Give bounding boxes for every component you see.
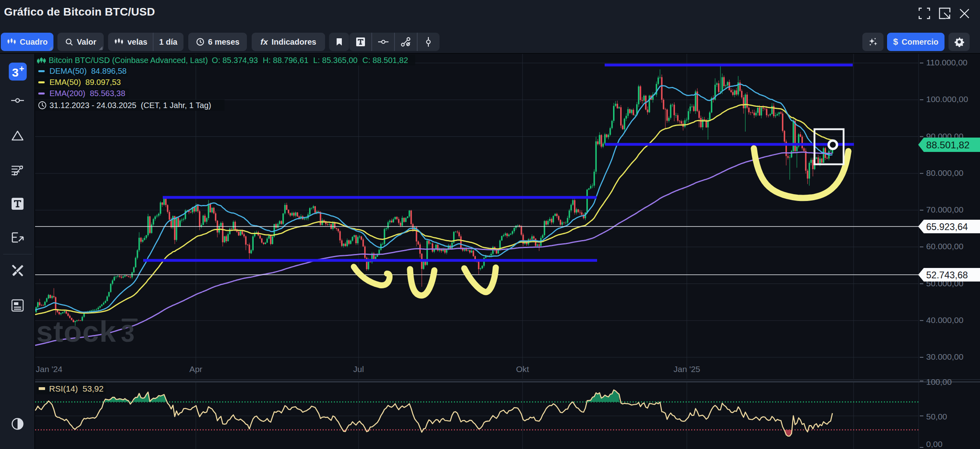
- svg-text:DEMA(50) 84.896,58: DEMA(50) 84.896,58: [49, 67, 126, 75]
- svg-text:0,00: 0,00: [926, 439, 943, 449]
- svg-text:Jul: Jul: [353, 364, 364, 374]
- svg-text:80.000,00: 80.000,00: [926, 168, 963, 177]
- svg-text:Apr: Apr: [189, 364, 203, 374]
- svg-text:40.000,00: 40.000,00: [926, 315, 963, 325]
- svg-text:60.000,00: 60.000,00: [926, 242, 963, 251]
- svg-text:100,00: 100,00: [926, 377, 952, 386]
- svg-text:RSI(14) 53,92: RSI(14) 53,92: [49, 384, 104, 393]
- svg-text:Jan '24: Jan '24: [35, 364, 62, 374]
- svg-text:50,00: 50,00: [926, 412, 947, 421]
- svg-text:70.000,00: 70.000,00: [926, 205, 963, 214]
- svg-text:Okt: Okt: [516, 364, 529, 374]
- svg-text:65.923,64: 65.923,64: [926, 222, 968, 232]
- svg-text:88.501,82: 88.501,82: [926, 140, 970, 150]
- svg-text:EMA(50) 89.097,53: EMA(50) 89.097,53: [49, 78, 121, 87]
- svg-text:Jan '25: Jan '25: [673, 364, 700, 374]
- svg-text:31.12.2023 - 24.03.2025 (CET,: 31.12.2023 - 24.03.2025 (CET, 1 Jahr, 1 …: [49, 101, 211, 110]
- svg-text:52.743,68: 52.743,68: [926, 270, 968, 280]
- svg-text:Bitcoin BTC/USD (Coinbase Adva: Bitcoin BTC/USD (Coinbase Advanced, Last…: [49, 56, 408, 65]
- svg-text:stock: stock: [36, 315, 116, 348]
- svg-text:+: +: [19, 64, 24, 74]
- svg-text:EMA(200) 85.563,38: EMA(200) 85.563,38: [49, 89, 125, 98]
- svg-text:3: 3: [12, 66, 19, 79]
- svg-text:30.000,00: 30.000,00: [926, 352, 963, 361]
- svg-text:100.000,00: 100.000,00: [926, 95, 968, 104]
- svg-text:3: 3: [121, 319, 134, 347]
- svg-text:110.000,00: 110.000,00: [926, 58, 968, 67]
